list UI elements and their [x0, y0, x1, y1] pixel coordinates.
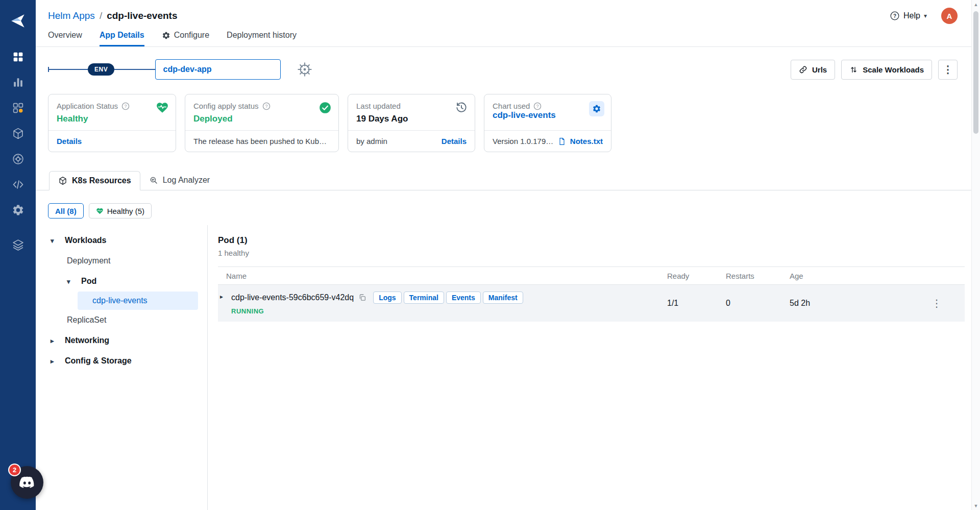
tree-group-networking[interactable]: ▸ Networking	[36, 330, 207, 351]
pod-section-title: Pod (1)	[218, 235, 965, 246]
log-search-icon	[149, 176, 158, 185]
card-title: Chart used	[493, 102, 530, 110]
scroll-down-icon[interactable]: ▼	[972, 501, 980, 510]
chart-used-card: Chart used ? cdp-live-events Version 1.0…	[484, 94, 611, 152]
logs-button[interactable]: Logs	[373, 292, 401, 304]
tree-group-workloads[interactable]: ▾ Workloads	[36, 230, 207, 251]
layers-icon	[12, 238, 24, 251]
chart-gear-icon	[589, 101, 604, 116]
last-updated-value: 19 Days Ago	[356, 114, 467, 124]
heartbeat-icon	[156, 101, 169, 114]
sidebar-item-global-configurations[interactable]	[6, 198, 30, 222]
breadcrumb-helm-apps[interactable]: Helm Apps	[48, 10, 95, 21]
app-name-selector[interactable]: cdp-dev-app	[155, 59, 281, 80]
last-updated-details-link[interactable]: Details	[442, 137, 467, 145]
tree-label: Pod	[81, 277, 96, 286]
urls-button[interactable]: Urls	[791, 60, 835, 80]
tree-group-config-storage[interactable]: ▸ Config & Storage	[36, 351, 207, 371]
scale-workloads-label: Scale Workloads	[863, 65, 924, 74]
chat-unread-badge: 2	[8, 464, 21, 476]
env-badge: ENV	[88, 63, 114, 76]
filter-all[interactable]: All (8)	[48, 203, 84, 218]
help-circle-icon[interactable]: ?	[121, 102, 130, 110]
breadcrumb-separator: /	[100, 10, 102, 21]
tab-configure[interactable]: Configure	[162, 26, 209, 46]
sidebar-item-chart-store[interactable]	[6, 70, 30, 94]
more-actions-button[interactable]: ⋮	[938, 60, 958, 80]
app-groups-icon	[12, 102, 24, 114]
pod-table-row: ▸ cdp-live-events-59c6bc659-v42dq	[218, 285, 965, 322]
row-expand-icon[interactable]: ▸	[220, 292, 231, 300]
filter-label: All (8)	[55, 207, 77, 215]
urls-label: Urls	[812, 65, 827, 74]
tab-app-details[interactable]: App Details	[100, 26, 144, 46]
filter-label: Healthy (5)	[107, 207, 144, 215]
tree-item-replicaset[interactable]: ReplicaSet	[36, 310, 207, 330]
tab-k8s-resources[interactable]: K8s Resources	[49, 171, 140, 190]
sidebar-item-applications[interactable]	[6, 45, 30, 68]
row-menu-button[interactable]: ⋮	[932, 298, 942, 308]
chevron-down-icon: ▾	[924, 12, 927, 19]
help-circle-icon[interactable]: ?	[533, 102, 542, 110]
tree-label: Workloads	[65, 236, 107, 245]
pod-status: RUNNING	[231, 307, 523, 315]
copy-icon[interactable]	[358, 294, 366, 302]
config-apply-message: The release has been pushed to Kuber...	[193, 137, 330, 145]
breadcrumb: Helm Apps / cdp-live-events	[48, 10, 177, 21]
pod-ready: 1/1	[656, 299, 715, 308]
column-restarts: Restarts	[715, 272, 778, 280]
check-circle-icon	[318, 101, 332, 114]
kebab-menu-icon: ⋮	[943, 63, 953, 76]
tree-label: Config & Storage	[65, 356, 132, 366]
sidebar-item-application-groups[interactable]	[6, 96, 30, 119]
tree-item-pod[interactable]: ▾ Pod	[36, 271, 207, 292]
chart-version: Version 1.0.179-...	[493, 137, 554, 145]
history-icon	[455, 101, 468, 114]
application-status-details-link[interactable]: Details	[57, 137, 82, 145]
notes-link[interactable]: Notes.txt	[570, 137, 603, 145]
help-circle-icon[interactable]: ?	[262, 102, 271, 110]
caret-right-icon: ▸	[51, 357, 65, 365]
pod-age: 5d 2h	[778, 299, 909, 308]
tree-item-deployment[interactable]: Deployment	[36, 251, 207, 271]
scrollbar[interactable]: ▲ ▼	[971, 0, 980, 510]
terminal-button[interactable]: Terminal	[404, 292, 444, 304]
tree-item-cdp-live-events[interactable]: cdp-live-events	[78, 292, 198, 310]
file-icon	[558, 137, 566, 145]
manifest-button[interactable]: Manifest	[483, 292, 523, 304]
scale-workloads-button[interactable]: Scale Workloads	[841, 60, 932, 80]
tree-label: Networking	[65, 336, 109, 345]
sidebar-item-api[interactable]	[6, 173, 30, 196]
devtron-logo[interactable]	[7, 10, 29, 32]
top-bar: Helm Apps / cdp-live-events ? Help ▾ A	[36, 0, 980, 26]
config-apply-value: Deployed	[193, 114, 330, 124]
svg-text:?: ?	[265, 104, 267, 109]
health-filters: All (8) Healthy (5)	[36, 203, 980, 218]
devtron-logo-icon	[8, 11, 28, 31]
scroll-up-icon[interactable]: ▲	[972, 0, 980, 9]
caret-right-icon: ▸	[51, 337, 65, 345]
sidebar-item-resource-browser[interactable]	[6, 122, 30, 145]
link-icon	[799, 65, 807, 74]
code-icon	[12, 178, 24, 191]
column-age: Age	[778, 272, 909, 280]
last-updated-card: Last updated 19 Days Ago by admin Detail…	[348, 94, 475, 152]
tab-overview[interactable]: Overview	[48, 26, 82, 46]
cluster-gear-icon	[12, 153, 24, 165]
chat-widget-button[interactable]: 2	[11, 466, 43, 499]
scrollbar-thumb[interactable]	[973, 11, 978, 134]
help-menu[interactable]: ? Help ▾	[890, 11, 927, 21]
events-button[interactable]: Events	[446, 292, 481, 304]
card-title: Last updated	[356, 102, 401, 110]
app-bar-actions: Urls Scale Workloads ⋮	[791, 60, 958, 80]
chart-used-link[interactable]: cdp-live-events	[493, 110, 556, 120]
tab-log-analyzer[interactable]: Log Analyzer	[140, 171, 219, 190]
env-connector-segment	[114, 69, 155, 70]
filter-healthy[interactable]: Healthy (5)	[89, 203, 152, 218]
avatar[interactable]: A	[941, 8, 958, 24]
sidebar-item-clusters[interactable]	[6, 147, 30, 171]
healthy-heart-icon	[96, 207, 104, 215]
tab-deployment-history[interactable]: Deployment history	[227, 26, 297, 46]
application-status-card: Application Status ? Healthy Details	[48, 94, 176, 152]
sidebar-item-stack-manager[interactable]	[6, 233, 30, 256]
